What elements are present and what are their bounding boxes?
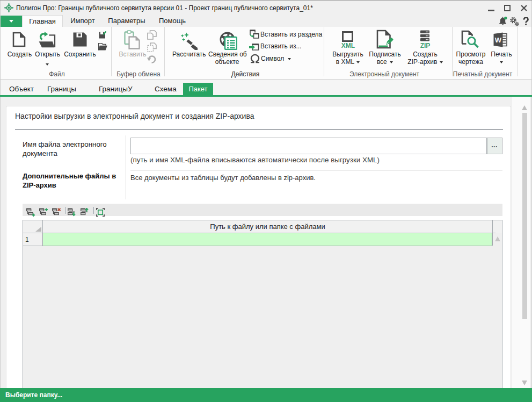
svg-text:W: W [495, 36, 502, 44]
